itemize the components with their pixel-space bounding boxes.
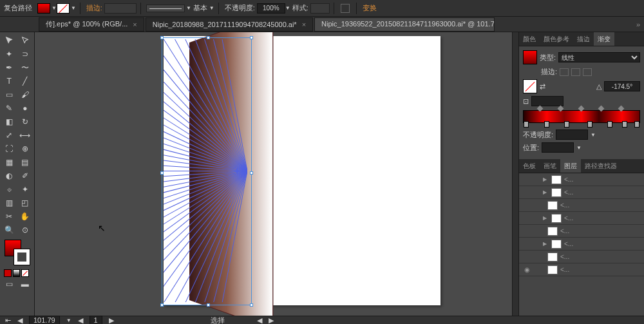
align-icon[interactable] <box>341 4 350 13</box>
status-mode: 选择 <box>211 316 225 325</box>
eraser-tool[interactable]: ◧ <box>2 116 16 128</box>
stroke-profile-dropdown[interactable] <box>146 5 185 12</box>
close-icon[interactable]: × <box>133 21 137 28</box>
grad-position-input[interactable] <box>542 142 574 153</box>
scale-tool[interactable]: ⤢ <box>2 129 16 141</box>
layer-row[interactable]: ◉<... <box>519 263 644 276</box>
control-bar: 复合路径 ▼ ▼ 描边: ▼ 基本 ▼ 不透明度: ▼ 样式: 变换 <box>0 0 644 17</box>
gradient-tool[interactable]: ◐ <box>2 170 16 182</box>
grad-opacity-input[interactable] <box>556 129 588 140</box>
layer-row[interactable]: ▶<... <box>519 212 644 225</box>
transform-link[interactable]: 变换 <box>363 3 377 13</box>
lasso-tool[interactable]: ⊃ <box>18 48 32 60</box>
rectangle-tool[interactable]: ▭ <box>2 89 16 100</box>
aspect-ratio-input[interactable] <box>531 96 564 106</box>
blob-brush-tool[interactable]: ● <box>18 102 32 114</box>
fill-swatch[interactable] <box>37 3 50 14</box>
tab-stroke[interactable]: 描边 <box>573 32 594 46</box>
aspect-ratio-icon[interactable]: ⊡ <box>523 97 529 106</box>
layer-row[interactable]: ▶<... <box>519 186 644 199</box>
layers-panel: ▶<...▶<...<...▶<...<...▶<...<...◉<...◉<.… <box>519 173 644 316</box>
tab-brushes[interactable]: 画笔 <box>540 159 560 173</box>
screen-mode-normal[interactable]: ▭ <box>2 278 16 290</box>
magic-wand-tool[interactable]: ✦ <box>2 48 16 60</box>
fill-stroke-control[interactable] <box>5 240 30 265</box>
gradient-slider[interactable] <box>523 110 640 123</box>
gradient-preview-swatch[interactable] <box>523 50 537 64</box>
mesh-tool[interactable]: ▤ <box>18 157 32 168</box>
line-tool[interactable]: ╱ <box>18 75 32 87</box>
color-mode-switches[interactable] <box>4 269 30 277</box>
gradient-stroke-swatch[interactable] <box>523 79 537 93</box>
hand-tool[interactable]: ✋ <box>18 211 32 222</box>
zoom-display[interactable]: 101.79 <box>29 316 60 324</box>
perspective-tool[interactable]: ▦ <box>2 157 16 168</box>
stroke-grad-btn2[interactable] <box>571 68 580 76</box>
nav-first-icon[interactable]: ⇤ <box>5 316 11 325</box>
tab-layers[interactable]: 图层 <box>560 159 581 173</box>
selection-bounding-box[interactable] <box>162 37 252 305</box>
nav-prev-icon[interactable]: ◀ <box>17 316 23 325</box>
zoom-tool[interactable]: 🔍 <box>2 224 16 236</box>
tab-color-guide[interactable]: 颜色参考 <box>540 32 573 46</box>
doc-tab-2[interactable]: Nipic_19369522_20150821184711963000.ai* … <box>314 17 495 32</box>
stroke-grad-btn3[interactable] <box>583 68 592 76</box>
doc-tab-0[interactable]: 传].eps* @ 100% (RGB/...× <box>39 17 144 32</box>
paintbrush-tool[interactable]: 🖌 <box>18 89 32 100</box>
doc-tab-1[interactable]: Nipic_20180988_20171119094708245000.ai*× <box>146 17 313 32</box>
document-tabs: 传].eps* @ 100% (RGB/...× Nipic_20180988_… <box>0 17 644 32</box>
tab-pathfinder[interactable]: 路径查找器 <box>581 159 621 173</box>
pencil-tool[interactable]: ✎ <box>2 102 16 114</box>
lower-panel-tabs: 色板 画笔 图层 路径查找器 <box>519 159 644 173</box>
width-tool[interactable]: ⟷ <box>18 129 32 141</box>
stroke-weight-dropdown[interactable] <box>104 3 137 14</box>
layer-row[interactable]: ▶<... <box>519 173 644 186</box>
layer-list[interactable]: ▶<...▶<...<...▶<...<...▶<...<...◉<...◉<.… <box>519 173 644 276</box>
curvature-tool[interactable]: 〜 <box>18 62 32 73</box>
canvas[interactable]: ↖ <box>35 32 512 316</box>
artboard <box>164 36 440 305</box>
style-dropdown[interactable] <box>310 3 330 14</box>
scroll-left-icon[interactable]: ◀ <box>257 316 262 325</box>
layer-row[interactable]: <... <box>519 251 644 263</box>
screen-mode-full[interactable]: ▬ <box>18 278 32 290</box>
gradient-angle-input[interactable] <box>604 81 640 91</box>
opacity-input[interactable] <box>257 3 285 14</box>
layer-row[interactable]: ▶<... <box>519 238 644 251</box>
blend-tool[interactable]: ⟐ <box>2 184 16 195</box>
slice-tool[interactable]: ✂ <box>2 211 16 222</box>
gradient-type-select[interactable]: 线性 <box>558 52 640 62</box>
tab-gradient[interactable]: 渐变 <box>594 32 614 46</box>
tab-swatches[interactable]: 色板 <box>519 159 540 173</box>
upper-panel-tabs: 颜色 颜色参考 描边 渐变 <box>519 32 644 46</box>
direct-selection-tool[interactable] <box>18 35 32 46</box>
rotate-tool[interactable]: ↻ <box>18 116 32 128</box>
reverse-gradient-icon[interactable]: ⇄ <box>540 82 545 91</box>
status-bar: ⇤ ◀ 101.79 ▼ ◀ 1 ▶ 选择 ◀ ▶ <box>0 316 644 324</box>
stroke-swatch[interactable] <box>57 3 70 14</box>
free-transform-tool[interactable]: ⛶ <box>2 143 16 155</box>
layer-row[interactable]: <... <box>519 225 644 238</box>
scroll-right-icon[interactable]: ▶ <box>269 316 274 325</box>
close-icon[interactable]: × <box>302 21 306 28</box>
layer-row[interactable]: <... <box>519 199 644 212</box>
tab-color[interactable]: 颜色 <box>519 32 540 46</box>
selection-tool[interactable] <box>2 35 16 46</box>
eyedropper-tool[interactable]: ✐ <box>18 170 32 182</box>
stroke-label: 描边: <box>86 3 102 13</box>
tab-overflow-icon[interactable]: » <box>636 21 640 28</box>
toggle-tool[interactable]: ⊙ <box>18 224 32 236</box>
artboard-nav-prev[interactable]: ◀ <box>78 316 83 325</box>
stroke-grad-btn1[interactable] <box>560 68 569 76</box>
artboard-number[interactable]: 1 <box>90 316 102 324</box>
pen-tool[interactable]: ✒ <box>2 62 16 73</box>
column-graph-tool[interactable]: ▥ <box>2 197 16 209</box>
symbol-sprayer-tool[interactable]: ✦ <box>18 184 32 195</box>
cursor-icon: ↖ <box>98 223 106 233</box>
artboard-tool[interactable]: ◰ <box>18 197 32 209</box>
artboard-nav-next[interactable]: ▶ <box>109 316 114 325</box>
basic-label: 基本 <box>193 3 207 13</box>
dock-strip[interactable] <box>512 32 518 316</box>
shape-builder-tool[interactable]: ⊕ <box>18 143 32 155</box>
type-tool[interactable]: T <box>2 75 16 87</box>
